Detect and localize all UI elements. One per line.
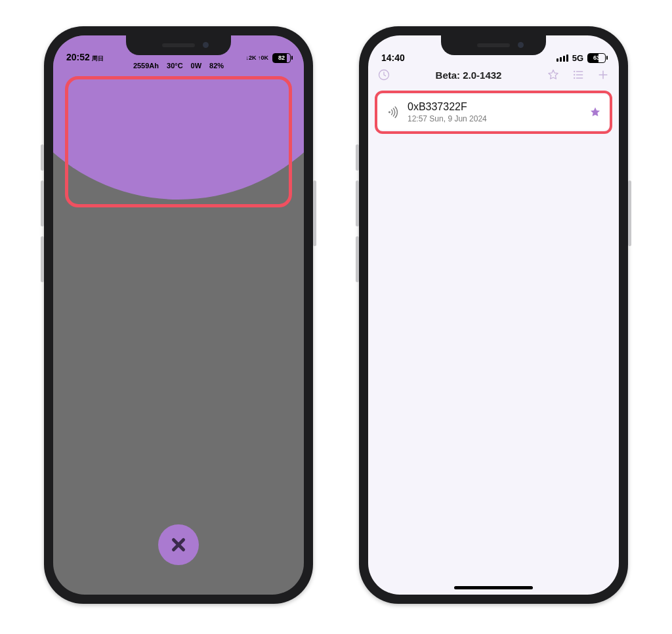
signal-icon (556, 54, 568, 62)
svg-point-2 (574, 74, 575, 75)
volume-mute-button[interactable] (41, 144, 44, 171)
favorite-star-icon[interactable] (589, 106, 602, 119)
history-icon[interactable] (377, 68, 390, 81)
plus-icon[interactable] (597, 68, 610, 81)
device-list: 0xB337322F 12:57 Sun, 9 Jun 2024 (368, 85, 619, 595)
volume-down-button[interactable] (356, 236, 359, 282)
highlight-scan-area (65, 76, 292, 207)
device-notch (126, 35, 231, 55)
phone-right: 14:40 5G 63 Beta: 2.0-1432 (359, 26, 628, 604)
broadcast-icon (385, 105, 400, 119)
mini-stats-row: 2559Ah 30°C 0W 82% (53, 62, 304, 70)
power-button[interactable] (628, 180, 631, 246)
device-notch (441, 35, 546, 55)
device-name: 0xB337322F (408, 101, 487, 113)
volume-up-button[interactable] (41, 180, 44, 226)
stat-soc: 82% (209, 62, 224, 70)
stat-power: 0W (191, 62, 202, 70)
stat-capacity: 2559Ah (133, 62, 159, 70)
screen-scan: 20:52 周日 ↓2K ↑0K 82 2559Ah 30°C 0W 82% (53, 35, 304, 595)
app-toolbar: Beta: 2.0-1432 (368, 64, 619, 85)
stat-temp: 30°C (167, 62, 183, 70)
star-icon[interactable] (547, 68, 560, 81)
battery-icon: 63 (587, 53, 606, 63)
network-label: 5G (572, 53, 583, 63)
home-indicator[interactable] (454, 586, 533, 589)
status-time: 20:52 (66, 52, 90, 62)
power-button[interactable] (313, 180, 316, 246)
volume-mute-button[interactable] (356, 144, 359, 171)
toolbar-title: Beta: 2.0-1432 (436, 70, 502, 81)
svg-point-3 (574, 77, 575, 79)
status-time: 14:40 (381, 53, 405, 63)
list-icon[interactable] (572, 68, 585, 81)
battery-pct: 63 (588, 54, 605, 62)
close-button[interactable] (158, 524, 199, 565)
close-icon (169, 535, 188, 555)
device-timestamp: 12:57 Sun, 9 Jun 2024 (408, 114, 487, 123)
net-rate-icon: ↓2K ↑0K (245, 55, 268, 61)
device-row[interactable]: 0xB337322F 12:57 Sun, 9 Jun 2024 (377, 95, 610, 130)
svg-point-4 (388, 112, 390, 114)
screen-device-list: 14:40 5G 63 Beta: 2.0-1432 (368, 35, 619, 595)
volume-up-button[interactable] (356, 180, 359, 226)
phone-left: 20:52 周日 ↓2K ↑0K 82 2559Ah 30°C 0W 82% (44, 26, 313, 604)
svg-point-1 (574, 71, 575, 72)
volume-down-button[interactable] (41, 236, 44, 282)
